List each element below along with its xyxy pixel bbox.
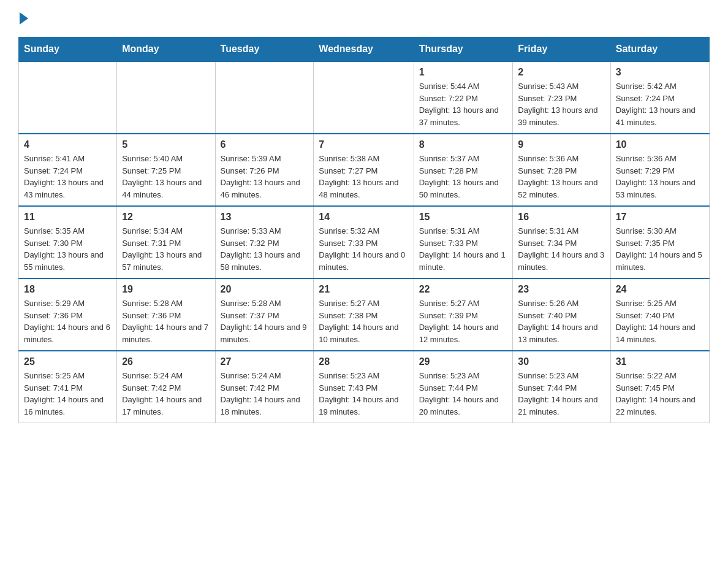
day-info: Sunrise: 5:38 AM Sunset: 7:27 PM Dayligh… [319,153,408,201]
calendar-cell: 19Sunrise: 5:28 AM Sunset: 7:36 PM Dayli… [117,278,215,351]
calendar-cell: 6Sunrise: 5:39 AM Sunset: 7:26 PM Daylig… [215,134,314,206]
day-info: Sunrise: 5:23 AM Sunset: 7:44 PM Dayligh… [419,370,508,418]
calendar-cell: 14Sunrise: 5:32 AM Sunset: 7:33 PM Dayli… [314,206,414,278]
calendar-cell: 5Sunrise: 5:40 AM Sunset: 7:25 PM Daylig… [117,134,215,206]
day-number: 3 [616,67,704,78]
day-number: 27 [221,356,309,367]
day-info: Sunrise: 5:44 AM Sunset: 7:22 PM Dayligh… [419,80,508,128]
calendar-cell: 9Sunrise: 5:36 AM Sunset: 7:28 PM Daylig… [513,134,610,206]
day-info: Sunrise: 5:27 AM Sunset: 7:39 PM Dayligh… [419,297,508,345]
day-number: 16 [518,212,605,223]
calendar-cell: 28Sunrise: 5:23 AM Sunset: 7:43 PM Dayli… [314,351,414,423]
day-number: 5 [122,139,210,150]
calendar-cell: 25Sunrise: 5:25 AM Sunset: 7:41 PM Dayli… [19,351,117,423]
day-info: Sunrise: 5:25 AM Sunset: 7:40 PM Dayligh… [616,297,704,345]
day-number: 26 [122,356,210,367]
calendar-cell: 4Sunrise: 5:41 AM Sunset: 7:24 PM Daylig… [19,134,117,206]
calendar-cell: 24Sunrise: 5:25 AM Sunset: 7:40 PM Dayli… [610,278,709,351]
day-number: 24 [616,284,704,295]
day-info: Sunrise: 5:35 AM Sunset: 7:30 PM Dayligh… [24,225,112,273]
day-number: 13 [221,212,309,223]
calendar-week-row: 4Sunrise: 5:41 AM Sunset: 7:24 PM Daylig… [19,134,710,206]
calendar-week-row: 11Sunrise: 5:35 AM Sunset: 7:30 PM Dayli… [19,206,710,278]
column-header-thursday: Thursday [414,37,513,62]
day-info: Sunrise: 5:31 AM Sunset: 7:33 PM Dayligh… [419,225,508,273]
calendar-cell: 13Sunrise: 5:33 AM Sunset: 7:32 PM Dayli… [215,206,314,278]
day-number: 29 [419,356,508,367]
calendar-cell [215,61,314,134]
column-header-friday: Friday [513,37,610,62]
day-info: Sunrise: 5:26 AM Sunset: 7:40 PM Dayligh… [518,297,605,345]
day-info: Sunrise: 5:22 AM Sunset: 7:45 PM Dayligh… [616,370,704,418]
column-header-saturday: Saturday [610,37,709,62]
day-info: Sunrise: 5:30 AM Sunset: 7:35 PM Dayligh… [616,225,704,273]
day-number: 4 [24,139,112,150]
day-number: 17 [616,212,704,223]
day-number: 22 [419,284,508,295]
day-info: Sunrise: 5:31 AM Sunset: 7:34 PM Dayligh… [518,225,605,273]
day-info: Sunrise: 5:37 AM Sunset: 7:28 PM Dayligh… [419,153,508,201]
day-number: 15 [419,212,508,223]
day-info: Sunrise: 5:23 AM Sunset: 7:44 PM Dayligh… [518,370,605,418]
calendar-cell: 26Sunrise: 5:24 AM Sunset: 7:42 PM Dayli… [117,351,215,423]
day-number: 1 [419,67,508,78]
day-info: Sunrise: 5:43 AM Sunset: 7:23 PM Dayligh… [518,80,605,128]
calendar-cell: 29Sunrise: 5:23 AM Sunset: 7:44 PM Dayli… [414,351,513,423]
day-number: 21 [319,284,408,295]
page-header [18,12,710,25]
calendar-cell: 16Sunrise: 5:31 AM Sunset: 7:34 PM Dayli… [513,206,610,278]
day-number: 23 [518,284,605,295]
calendar-cell: 8Sunrise: 5:37 AM Sunset: 7:28 PM Daylig… [414,134,513,206]
day-number: 7 [319,139,408,150]
day-info: Sunrise: 5:36 AM Sunset: 7:29 PM Dayligh… [616,153,704,201]
logo [18,12,29,25]
calendar-cell: 12Sunrise: 5:34 AM Sunset: 7:31 PM Dayli… [117,206,215,278]
day-info: Sunrise: 5:40 AM Sunset: 7:25 PM Dayligh… [122,153,210,201]
column-header-monday: Monday [117,37,215,62]
day-number: 11 [24,212,112,223]
calendar-week-row: 18Sunrise: 5:29 AM Sunset: 7:36 PM Dayli… [19,278,710,351]
calendar-header-row: SundayMondayTuesdayWednesdayThursdayFrid… [19,37,710,62]
calendar-cell: 15Sunrise: 5:31 AM Sunset: 7:33 PM Dayli… [414,206,513,278]
day-info: Sunrise: 5:27 AM Sunset: 7:38 PM Dayligh… [319,297,408,345]
calendar-cell: 30Sunrise: 5:23 AM Sunset: 7:44 PM Dayli… [513,351,610,423]
day-number: 8 [419,139,508,150]
calendar-cell [117,61,215,134]
calendar-cell: 22Sunrise: 5:27 AM Sunset: 7:39 PM Dayli… [414,278,513,351]
day-info: Sunrise: 5:23 AM Sunset: 7:43 PM Dayligh… [319,370,408,418]
day-number: 30 [518,356,605,367]
day-number: 12 [122,212,210,223]
calendar-cell: 31Sunrise: 5:22 AM Sunset: 7:45 PM Dayli… [610,351,709,423]
day-number: 20 [221,284,309,295]
day-info: Sunrise: 5:28 AM Sunset: 7:36 PM Dayligh… [122,297,210,345]
calendar-cell: 27Sunrise: 5:24 AM Sunset: 7:42 PM Dayli… [215,351,314,423]
day-number: 2 [518,67,605,78]
calendar-cell: 20Sunrise: 5:28 AM Sunset: 7:37 PM Dayli… [215,278,314,351]
day-info: Sunrise: 5:32 AM Sunset: 7:33 PM Dayligh… [319,225,408,273]
calendar-cell [19,61,117,134]
day-info: Sunrise: 5:42 AM Sunset: 7:24 PM Dayligh… [616,80,704,128]
calendar-week-row: 1Sunrise: 5:44 AM Sunset: 7:22 PM Daylig… [19,61,710,134]
day-info: Sunrise: 5:41 AM Sunset: 7:24 PM Dayligh… [24,153,112,201]
day-number: 18 [24,284,112,295]
calendar-cell: 17Sunrise: 5:30 AM Sunset: 7:35 PM Dayli… [610,206,709,278]
calendar-table: SundayMondayTuesdayWednesdayThursdayFrid… [18,37,710,423]
day-number: 10 [616,139,704,150]
day-info: Sunrise: 5:25 AM Sunset: 7:41 PM Dayligh… [24,370,112,418]
day-info: Sunrise: 5:29 AM Sunset: 7:36 PM Dayligh… [24,297,112,345]
calendar-cell: 1Sunrise: 5:44 AM Sunset: 7:22 PM Daylig… [414,61,513,134]
day-info: Sunrise: 5:33 AM Sunset: 7:32 PM Dayligh… [221,225,309,273]
day-number: 31 [616,356,704,367]
day-number: 28 [319,356,408,367]
column-header-sunday: Sunday [19,37,117,62]
day-info: Sunrise: 5:24 AM Sunset: 7:42 PM Dayligh… [221,370,309,418]
day-number: 19 [122,284,210,295]
logo-triangle-icon [20,12,28,25]
calendar-cell [314,61,414,134]
day-number: 6 [221,139,309,150]
calendar-cell: 18Sunrise: 5:29 AM Sunset: 7:36 PM Dayli… [19,278,117,351]
calendar-cell: 11Sunrise: 5:35 AM Sunset: 7:30 PM Dayli… [19,206,117,278]
calendar-week-row: 25Sunrise: 5:25 AM Sunset: 7:41 PM Dayli… [19,351,710,423]
day-info: Sunrise: 5:36 AM Sunset: 7:28 PM Dayligh… [518,153,605,201]
calendar-cell: 23Sunrise: 5:26 AM Sunset: 7:40 PM Dayli… [513,278,610,351]
